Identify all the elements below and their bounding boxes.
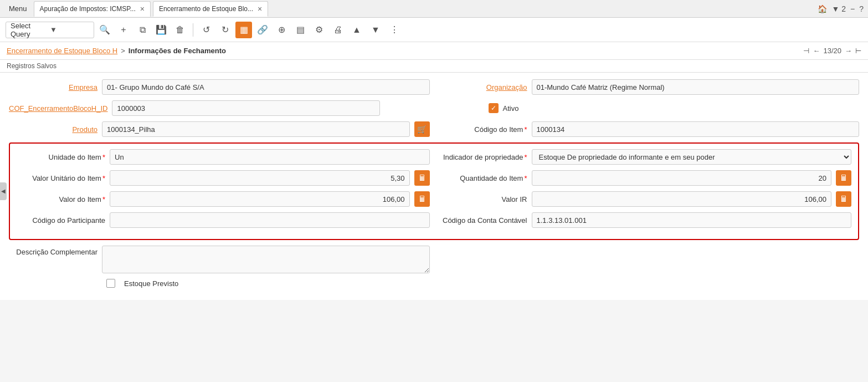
dropdown-arrow-icon: ▼	[50, 26, 89, 34]
grid-button[interactable]: ▦	[235, 22, 252, 38]
row-cof: COF_EncerramentoBlocoH_ID ✓ Ativo	[9, 100, 859, 116]
help-icon[interactable]: ?	[859, 4, 864, 13]
indicador-label: Indicador de propriedade	[439, 153, 527, 161]
breadcrumb-nav: ⊣ ← 13/20 → ⊢	[803, 47, 861, 55]
divider1	[193, 23, 193, 37]
more-button[interactable]: ⋮	[386, 22, 403, 38]
query-select-dropdown[interactable]: Select Query ▼	[6, 22, 94, 38]
quantidade-input[interactable]	[532, 170, 832, 186]
valor-unitario-input[interactable]	[110, 170, 410, 186]
down-button[interactable]: ▼	[367, 22, 384, 38]
descricao-label: Descrição Complementar	[9, 246, 97, 256]
save-button[interactable]: 💾	[153, 22, 170, 38]
valor-item-label: Valor do Item	[17, 195, 105, 203]
row-produto: Produto 🛒 Código do Item	[9, 121, 859, 137]
estoque-previsto-label: Estoque Previsto	[124, 279, 178, 288]
zoom-button[interactable]: ⊕	[273, 22, 290, 38]
ativo-label: Ativo	[503, 104, 519, 113]
ativo-group: ✓ Ativo	[489, 103, 860, 113]
valor-unitario-calc-button[interactable]: 🖩	[414, 170, 430, 186]
tab-icms[interactable]: Apuração de Impostos: ICMSP... ×	[34, 1, 151, 17]
organizacao-input[interactable]	[532, 79, 860, 95]
valor-unitario-group: Valor Unitário do Item 🖩	[17, 170, 430, 186]
codigo-conta-input[interactable]	[532, 212, 852, 228]
codigo-participante-input[interactable]	[110, 212, 430, 228]
title-bar-right: 🏠 ▼ 2 − ?	[818, 4, 864, 13]
unidade-input[interactable]	[110, 149, 430, 165]
table-button[interactable]: ▤	[292, 22, 309, 38]
menu-item[interactable]: Menu	[4, 4, 32, 13]
row-unidade: Unidade do Item Indicador de propriedade…	[17, 149, 851, 165]
search-button[interactable]: 🔍	[96, 22, 113, 38]
copy-button[interactable]: ⧉	[134, 22, 151, 38]
link-button[interactable]: 🔗	[254, 22, 271, 38]
valor-ir-calc-button[interactable]: 🖩	[836, 191, 851, 207]
produto-label[interactable]: Produto	[9, 125, 97, 134]
codigo-item-label: Código do Item	[439, 125, 527, 134]
row-valor-unitario: Valor Unitário do Item 🖩 Quantidade do I…	[17, 170, 851, 186]
ativo-checkbox[interactable]: ✓	[489, 103, 499, 113]
codigo-participante-label: Código do Participante	[17, 216, 105, 225]
empresa-label[interactable]: Empresa	[9, 83, 97, 91]
nav-prev-button[interactable]: ←	[813, 47, 820, 55]
red-section: Unidade do Item Indicador de propriedade…	[9, 142, 859, 240]
breadcrumb-separator: >	[121, 47, 125, 55]
nav-last-button[interactable]: ⊢	[855, 47, 861, 55]
cof-input[interactable]	[112, 100, 379, 116]
row-valor-item: Valor do Item 🖩 Valor IR 🖩	[17, 191, 851, 207]
up-button[interactable]: ▲	[348, 22, 365, 38]
row-codigo-participante: Código do Participante Código da Conta C…	[17, 212, 851, 228]
empresa-input[interactable]	[102, 79, 430, 95]
codigo-conta-label: Código da Conta Contável	[439, 216, 527, 225]
estoque-previsto-checkbox[interactable]	[106, 279, 115, 288]
breadcrumb-current: Informações de Fechamento	[129, 47, 226, 55]
produto-cart-button[interactable]: 🛒	[414, 121, 430, 137]
tab-icms-label: Apuração de Impostos: ICMSP...	[40, 5, 136, 13]
unidade-group: Unidade do Item	[17, 149, 430, 165]
tab-estoque-close[interactable]: ×	[258, 4, 262, 13]
unidade-label: Unidade do Item	[17, 153, 105, 161]
indicador-select[interactable]: Estoque De propriedade do informante e e…	[532, 149, 852, 165]
cof-group: COF_EncerramentoBlocoH_ID	[9, 100, 380, 116]
descricao-group: Descrição Complementar	[9, 246, 430, 273]
add-button[interactable]: +	[115, 22, 132, 38]
quantidade-calc-button[interactable]: 🖩	[836, 170, 851, 186]
tab-estoque[interactable]: Encerramento de Estoque Blo... ×	[153, 1, 268, 17]
left-toggle[interactable]: ◀	[0, 182, 7, 200]
indicador-group: Indicador de propriedade Estoque De prop…	[439, 149, 852, 165]
toolbar: Select Query ▼ 🔍 + ⧉ 💾 🗑 ↺ ↻ ▦ 🔗 ⊕ ▤ ⚙ 🖨…	[0, 18, 868, 42]
print-button[interactable]: 🖨	[330, 22, 346, 38]
codigo-item-input[interactable]	[532, 121, 860, 137]
status-bar: Registros Salvos	[0, 60, 868, 73]
valor-ir-group: Valor IR 🖩	[439, 191, 852, 207]
gear-button[interactable]: ⚙	[311, 22, 327, 38]
home-icon[interactable]: 🏠	[818, 4, 827, 13]
minimize-icon[interactable]: −	[850, 4, 855, 13]
breadcrumb-link[interactable]: Encerramento de Estoque Bloco H	[7, 47, 117, 55]
row-descricao: Descrição Complementar	[9, 246, 859, 273]
codigo-item-group: Código do Item	[439, 121, 860, 137]
organizacao-label[interactable]: Organização	[439, 83, 527, 91]
tab-estoque-label: Encerramento de Estoque Blo...	[159, 5, 253, 13]
nav-first-button[interactable]: ⊣	[803, 47, 809, 55]
codigo-participante-group: Código do Participante	[17, 212, 430, 228]
status-label: Registros Salvos	[7, 62, 57, 70]
query-select-label: Select Query	[11, 22, 50, 38]
undo-button[interactable]: ↺	[198, 22, 214, 38]
valor-unitario-label: Valor Unitário do Item	[17, 174, 105, 182]
nav-next-button[interactable]: →	[845, 47, 852, 55]
cof-label[interactable]: COF_EncerramentoBlocoH_ID	[9, 104, 107, 113]
tab-icms-close[interactable]: ×	[140, 4, 145, 13]
breadcrumb: Encerramento de Estoque Bloco H > Inform…	[0, 42, 868, 60]
delete-button[interactable]: 🗑	[172, 22, 188, 38]
redo-button[interactable]: ↻	[217, 22, 233, 38]
valor-item-group: Valor do Item 🖩	[17, 191, 430, 207]
valor-ir-input[interactable]	[532, 191, 832, 207]
valor-item-input[interactable]	[110, 191, 410, 207]
empresa-group: Empresa	[9, 79, 430, 95]
quantidade-label: Quantidade do Item	[439, 174, 527, 182]
produto-input[interactable]	[102, 121, 410, 137]
descricao-textarea[interactable]	[102, 246, 430, 273]
tab-count: ▼ 2	[831, 4, 846, 13]
valor-item-calc-button[interactable]: 🖩	[414, 191, 430, 207]
